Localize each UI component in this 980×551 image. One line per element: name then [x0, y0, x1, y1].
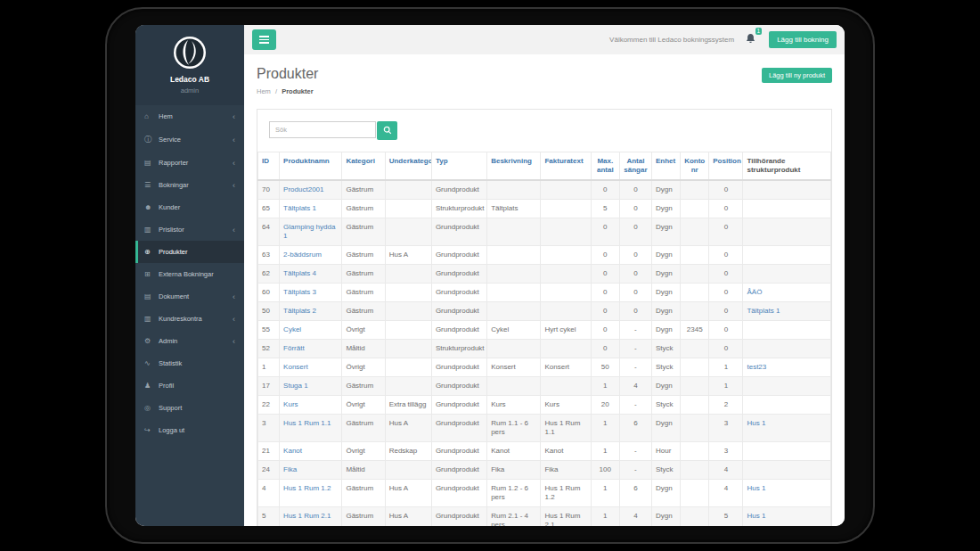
table-cell: 4: [709, 480, 743, 507]
product-link-cell[interactable]: Fika: [280, 461, 342, 480]
product-link-cell[interactable]: Glamping hydda 1: [280, 218, 342, 246]
product-link-cell[interactable]: Hus 1 Rum 2.1: [280, 507, 342, 527]
table-cell: 24: [258, 461, 280, 480]
table-cell: Dygn: [652, 284, 681, 302]
table-cell: 2: [709, 396, 743, 415]
table-cell: 4: [709, 461, 743, 480]
sidebar-item-externa-bokningar[interactable]: ⊞Externa Bokningar: [135, 263, 244, 285]
sidebar-item-logga-ut[interactable]: ↪Logga ut: [135, 419, 244, 441]
menu-toggle-button[interactable]: [252, 29, 276, 50]
sidebar-item-dokument[interactable]: ▤Dokument‹: [135, 285, 244, 308]
column-header[interactable]: Max. antal: [591, 152, 619, 181]
sidebar-item-service[interactable]: ⓘService‹: [135, 127, 244, 152]
table-cell: [681, 507, 709, 527]
product-link-cell[interactable]: Hus 1 Rum 1.2: [280, 480, 342, 507]
table-cell: [681, 218, 709, 246]
chart-icon: ∿: [144, 359, 155, 367]
table-cell: 65: [258, 200, 280, 218]
table-row: 52FörrättMåltidStrukturprodukt0-Styck0: [258, 340, 831, 358]
stage: Ledaco AB admin ⌂Hem‹ⓘService‹▤Rapporter…: [0, 0, 980, 551]
column-header[interactable]: ID: [258, 152, 280, 181]
sidebar-item-admin[interactable]: ⚙Admin‹: [135, 330, 244, 352]
table-cell: 5: [709, 507, 743, 527]
product-link-cell[interactable]: test23: [743, 358, 831, 377]
product-link-cell[interactable]: Hus 1: [743, 480, 831, 507]
add-product-button[interactable]: Lägg till ny produkt: [762, 68, 832, 83]
table-cell: [681, 415, 709, 442]
table-cell: 1: [709, 377, 743, 396]
table-cell: [743, 396, 831, 415]
sidebar-item-rapporter[interactable]: ▤Rapporter‹: [135, 152, 244, 174]
table-cell: Grundprodukt: [431, 302, 486, 321]
table-cell: Fika: [487, 461, 541, 480]
sign-out-icon: ↪: [144, 426, 155, 434]
table-cell: [681, 340, 709, 358]
column-header[interactable]: Fakturatext: [541, 152, 591, 181]
product-link-cell[interactable]: Stuga 1: [280, 377, 342, 396]
sidebar-item-kundreskontra[interactable]: ▥Kundreskontra‹: [135, 308, 244, 330]
sidebar-item-bokningar[interactable]: ☰Bokningar‹: [135, 174, 244, 196]
table-cell: [743, 340, 831, 358]
sidebar-item-statistik[interactable]: ∿Statistik: [135, 352, 244, 374]
product-link-cell[interactable]: Hus 1: [743, 507, 831, 527]
table-cell: 0: [591, 284, 619, 302]
table-cell: Dygn: [652, 507, 681, 527]
product-link-cell[interactable]: Cykel: [280, 321, 342, 340]
table-row: 65Tältplats 1GästrumStrukturproduktTältp…: [258, 200, 831, 218]
column-header[interactable]: Enhet: [652, 152, 681, 181]
sidebar-item-label: Externa Bokningar: [159, 270, 214, 278]
column-header[interactable]: Beskrivning: [487, 152, 541, 181]
table-cell: 4: [619, 377, 651, 396]
product-link-cell[interactable]: Tältplats 1: [280, 200, 342, 218]
table-cell: Grundprodukt: [431, 377, 486, 396]
breadcrumb-home-link[interactable]: Hem: [257, 87, 271, 95]
table-cell: Dygn: [652, 246, 681, 265]
table-cell: 55: [258, 321, 280, 340]
product-link-cell[interactable]: Hus 1: [743, 415, 831, 442]
product-link-cell[interactable]: Product2001: [280, 180, 342, 200]
product-link-cell[interactable]: Förrätt: [280, 340, 342, 358]
search-button[interactable]: [377, 121, 397, 140]
topbar-right: Välkommen till Ledaco bokningssystem 1 L…: [609, 31, 837, 48]
table-cell: Grundprodukt: [431, 265, 486, 284]
column-header[interactable]: Typ: [431, 152, 486, 181]
column-header[interactable]: Underkategori: [385, 152, 431, 181]
table-cell: [487, 180, 541, 200]
table-cell: Dygn: [652, 415, 681, 442]
sidebar-item-produkter[interactable]: ⊕Produkter: [135, 241, 244, 263]
sidebar-item-profil[interactable]: ♟Profil: [135, 374, 244, 397]
chevron-left-icon: ‹: [233, 137, 235, 143]
column-header[interactable]: Position: [709, 152, 743, 181]
table-cell: Gästrum: [342, 284, 385, 302]
column-header[interactable]: Kategori: [342, 152, 385, 181]
product-link-cell[interactable]: Hus 1 Rum 1.1: [280, 415, 342, 442]
table-cell: 0: [619, 180, 651, 200]
sidebar-item-support[interactable]: ◎Support: [135, 397, 244, 419]
notifications-bell[interactable]: 1: [745, 32, 756, 48]
table-cell: Grundprodukt: [431, 284, 486, 302]
table-cell: Hus A: [385, 480, 431, 507]
product-link-cell[interactable]: ÅÄÖ: [743, 284, 831, 302]
product-link-cell[interactable]: Kanot: [280, 442, 342, 461]
table-cell: -: [619, 358, 651, 377]
product-link-cell[interactable]: Tältplats 3: [280, 284, 342, 302]
product-link-cell[interactable]: Tältplats 4: [280, 265, 342, 284]
sidebar-item-kunder[interactable]: ☻Kunder: [135, 196, 244, 218]
table-row: 24FikaMåltidGrundproduktFikaFika100-Styc…: [258, 461, 831, 480]
add-booking-button[interactable]: Lägg till bokning: [769, 31, 837, 48]
product-link-cell[interactable]: Tältplats 1: [743, 302, 831, 321]
sidebar-item-label: Hem: [159, 112, 173, 120]
table-cell: Fika: [541, 461, 591, 480]
column-header[interactable]: Produktnamn: [280, 152, 342, 181]
sidebar-item-prislistor[interactable]: ▥Prislistor‹: [135, 218, 244, 241]
product-link-cell[interactable]: 2-bäddsrum: [280, 246, 342, 265]
product-link-cell[interactable]: Tältplats 2: [280, 302, 342, 321]
column-header[interactable]: Konto nr: [681, 152, 709, 181]
product-link-cell[interactable]: Kurs: [280, 396, 342, 415]
search-input[interactable]: [269, 121, 376, 138]
column-header[interactable]: Antal sängar: [619, 152, 651, 181]
table-cell: [681, 200, 709, 218]
sidebar-item-hem[interactable]: ⌂Hem‹: [135, 105, 244, 127]
product-link-cell[interactable]: Konsert: [280, 358, 342, 377]
table-cell: [541, 302, 591, 321]
